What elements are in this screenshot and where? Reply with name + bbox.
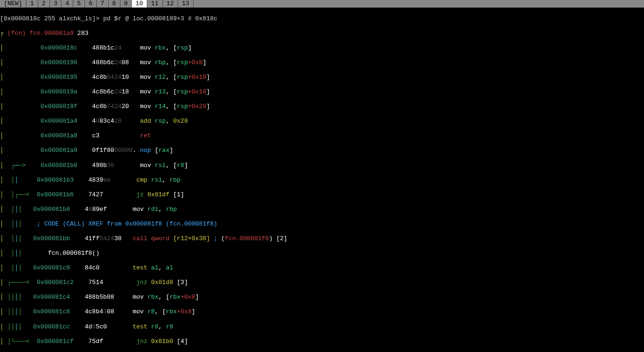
asm-line: │ │└───< 0x000081cf 75df jnz 0x81b0 [4] bbox=[0, 338, 644, 345]
prompt-line[interactable]: [0x0000818c 255 alxchk_ls]> pd $r @ loc.… bbox=[0, 15, 644, 23]
tab-8[interactable]: 8 bbox=[109, 0, 120, 8]
asm-line: │ 0x000081a4 4883c428 add rsp, 0x28 bbox=[0, 117, 644, 125]
tab-9[interactable]: 9 bbox=[120, 0, 132, 8]
asm-line: │ │││ 0x000081c0 84c0 test al, al bbox=[0, 264, 644, 272]
tab-12[interactable]: 12 bbox=[163, 0, 178, 8]
tab-bar: [NEW] 1 2 3 4 5 6 7 8 9 10 11 12 13 bbox=[0, 0, 644, 8]
tab-11[interactable]: 11 bbox=[147, 0, 163, 8]
tab-2[interactable]: 2 bbox=[38, 0, 50, 8]
asm-line: │ ││││ 0x000081c4 488b5b08 mov rbx, [rbx… bbox=[0, 293, 644, 301]
asm-line: │ ┌──> 0x000081b0 498b30 mov rsi, [r8] bbox=[0, 162, 644, 169]
asm-line: │ 0x0000819a 4c8b6c2418 mov r13, [rsp+0x… bbox=[0, 88, 644, 96]
tab-13[interactable]: 13 bbox=[178, 0, 194, 8]
asm-line: │ 0x0000818c 488b1c24 mov rbx, [rsp] bbox=[0, 44, 644, 52]
asm-line: │ │││ 0x000081bb 41ff542438 call qword [… bbox=[0, 235, 644, 243]
xref-comment: │ │││ ; CODE (CALL) XREF from 0x000081f8… bbox=[0, 220, 644, 228]
disassembly-view: [0x0000818c 255 alxchk_ls]> pd $r @ loc.… bbox=[0, 8, 644, 352]
tab-4[interactable]: 4 bbox=[61, 0, 73, 8]
tab-1[interactable]: 1 bbox=[26, 0, 38, 8]
asm-line: │ ││ 0x000081b3 4839ee cmp rsi, rbp bbox=[0, 176, 644, 184]
tab-10[interactable]: 10 bbox=[132, 0, 147, 8]
asm-line: │ ┌────< 0x000081c2 7514 jnz 0x81d8 [3] bbox=[0, 279, 644, 286]
asm-line: │ 0x000081a8 c3 ret bbox=[0, 132, 644, 140]
tab-7[interactable]: 7 bbox=[97, 0, 109, 8]
asm-line: │ ││││ 0x000081c8 4c8b4308 mov r8, [rbx+… bbox=[0, 308, 644, 316]
asm-line: │ 0x0000819f 4c8b742420 mov r14, [rsp+0x… bbox=[0, 103, 644, 110]
fcn-header: ╒ (fcn) fcn.000081a9 283 bbox=[0, 30, 644, 37]
asm-line: │ │││ 0x000081b8 4889ef mov rdi, rbp bbox=[0, 206, 644, 213]
tab-5[interactable]: 5 bbox=[73, 0, 85, 8]
tab-3[interactable]: 3 bbox=[50, 0, 62, 8]
asm-line: │ 0x00008195 4c8b642410 mov r12, [rsp+0x… bbox=[0, 74, 644, 81]
tab-6[interactable]: 6 bbox=[85, 0, 97, 8]
tab-new[interactable]: [NEW] bbox=[0, 0, 26, 8]
asm-line: │ ││││ 0x000081cc 4d85c0 test r8, r8 bbox=[0, 323, 644, 331]
asm-line: │ 0x00008190 488b6c2408 mov rbp, [rsp+0x… bbox=[0, 59, 644, 67]
asm-line: │ 0x000081a9 0f1f8000000. nop [rax] bbox=[0, 147, 644, 154]
asm-line: │ │┌──< 0x000081b6 7427 jz 0x81df [1] bbox=[0, 191, 644, 199]
fcn-call: │ │││ fcn.000081f8() bbox=[0, 250, 644, 257]
